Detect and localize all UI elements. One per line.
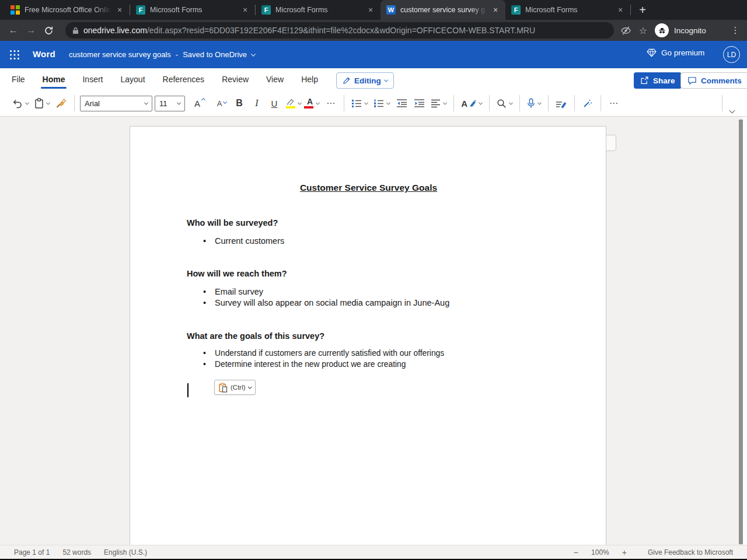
- bold-button[interactable]: B: [232, 94, 247, 113]
- numbering-button[interactable]: [372, 94, 392, 113]
- doc-heading[interactable]: What are the goals of this survey?: [187, 331, 324, 341]
- close-icon[interactable]: ×: [240, 5, 250, 15]
- paste-options-icon: [219, 383, 228, 393]
- eye-blocked-icon[interactable]: [619, 24, 633, 37]
- close-icon[interactable]: ×: [615, 5, 626, 15]
- browser-toolbar: ← → onedrive.live.com/edit.aspx?resid=6D…: [0, 20, 747, 41]
- comments-button[interactable]: Comments: [680, 72, 747, 89]
- tab-separator: [630, 5, 631, 15]
- more-font-options-button[interactable]: ⋯: [323, 94, 338, 113]
- tab-forms-3[interactable]: F Microsoft Forms ×: [505, 0, 630, 20]
- tab-layout[interactable]: Layout: [120, 68, 145, 90]
- dictate-button[interactable]: [525, 94, 543, 113]
- chevron-down-icon[interactable]: [251, 51, 256, 56]
- highlight-color-button[interactable]: [284, 94, 303, 113]
- comments-label: Comments: [701, 76, 742, 85]
- share-button[interactable]: Share: [634, 72, 682, 89]
- forward-button[interactable]: →: [22, 22, 40, 39]
- account-avatar[interactable]: LD: [723, 46, 740, 63]
- undo-button[interactable]: [9, 94, 30, 113]
- app-launcher-icon[interactable]: [7, 47, 22, 62]
- address-bar[interactable]: onedrive.live.com/edit.aspx?resid=6DD03F…: [65, 22, 614, 38]
- divider: [344, 95, 344, 111]
- scrollbar-track[interactable]: [743, 117, 747, 545]
- zoom-in-button[interactable]: +: [622, 548, 627, 557]
- paste-button[interactable]: [33, 94, 51, 113]
- divider: [601, 95, 601, 111]
- tab-review[interactable]: Review: [222, 68, 249, 90]
- grow-font-button[interactable]: A: [187, 94, 207, 113]
- editor-button[interactable]: [554, 94, 569, 113]
- tab-word-document-active[interactable]: W customer service survey g ×: [381, 0, 505, 20]
- close-icon[interactable]: ×: [114, 5, 125, 15]
- bookmark-star-icon[interactable]: ☆: [636, 23, 650, 37]
- doc-heading[interactable]: How will we reach them?: [187, 269, 287, 278]
- tab-references[interactable]: References: [163, 68, 205, 90]
- doc-bullet[interactable]: • Survey will also appear on social medi…: [203, 298, 449, 307]
- save-status[interactable]: Saved to OneDrive: [183, 50, 247, 59]
- scrollbar-thumb[interactable]: [739, 120, 743, 544]
- tab-title: Microsoft Forms: [525, 6, 615, 14]
- close-icon[interactable]: ×: [490, 5, 501, 15]
- url-path: /edit.aspx?resid=6DD03F192E206F4E!129&it…: [147, 26, 535, 35]
- bullet-list-icon: [351, 99, 362, 108]
- tab-help[interactable]: Help: [301, 68, 318, 90]
- find-icon: [497, 99, 507, 108]
- increase-indent-button[interactable]: [411, 94, 427, 113]
- language[interactable]: English (U.S.): [104, 548, 147, 556]
- undo-icon: [11, 99, 23, 108]
- italic-button[interactable]: I: [249, 94, 264, 113]
- styles-button[interactable]: A: [459, 94, 484, 113]
- word-count[interactable]: 52 words: [62, 548, 91, 556]
- reload-button[interactable]: [40, 22, 57, 39]
- editing-mode-button[interactable]: Editing: [336, 72, 394, 89]
- tab-title: Microsoft Forms: [150, 6, 240, 14]
- tab-file[interactable]: File: [12, 68, 25, 90]
- doc-heading[interactable]: Who will be surveyed?: [187, 218, 278, 228]
- chevron-down-icon: [248, 384, 252, 388]
- format-painter-button[interactable]: [54, 94, 69, 113]
- doc-title[interactable]: Customer Service Survey Goals: [130, 183, 607, 193]
- zoom-out-button[interactable]: −: [574, 548, 578, 557]
- app-name[interactable]: Word: [33, 49, 55, 59]
- paste-options-button[interactable]: (Ctrl): [214, 380, 256, 395]
- font-size-select[interactable]: 11: [155, 96, 185, 111]
- tab-home[interactable]: Home: [43, 68, 65, 90]
- doc-bullet[interactable]: • Email survey: [203, 287, 263, 296]
- bullet-text: Understand if customers are currently sa…: [215, 349, 444, 358]
- alignment-button[interactable]: [429, 94, 448, 113]
- document-page[interactable]: Customer Service Survey Goals Who will b…: [130, 126, 606, 545]
- doc-bullet[interactable]: • Determine interest in the new product …: [203, 360, 406, 369]
- collapsed-comment-tab[interactable]: [606, 135, 616, 151]
- tab-forms-1[interactable]: F Microsoft Forms ×: [130, 0, 255, 20]
- more-commands-button[interactable]: ⋯: [606, 94, 622, 113]
- doc-bullet[interactable]: • Understand if customers are currently …: [203, 349, 444, 358]
- go-premium-button[interactable]: Go premium: [647, 48, 704, 57]
- browser-menu-icon[interactable]: ⋮: [728, 23, 742, 37]
- numbered-list-icon: [374, 99, 384, 108]
- chevron-down-icon: [25, 100, 29, 104]
- chevron-down-icon: [537, 100, 542, 104]
- font-name-select[interactable]: Arial: [80, 96, 152, 111]
- doc-bullet[interactable]: • Current customers: [203, 236, 284, 246]
- shrink-font-button[interactable]: A: [210, 94, 229, 113]
- find-button[interactable]: [495, 94, 514, 113]
- tab-view[interactable]: View: [266, 68, 284, 90]
- forms-icon: F: [261, 5, 271, 15]
- underline-button[interactable]: U: [267, 94, 282, 113]
- decrease-indent-button[interactable]: [394, 94, 409, 113]
- new-tab-button[interactable]: +: [634, 2, 651, 18]
- page-count[interactable]: Page 1 of 1: [14, 548, 50, 556]
- tab-office-online[interactable]: Free Microsoft Office Onlin ×: [5, 0, 130, 20]
- back-button[interactable]: ←: [5, 22, 22, 39]
- designer-button[interactable]: [580, 94, 595, 113]
- tab-title: Microsoft Forms: [275, 6, 365, 14]
- tab-insert[interactable]: Insert: [82, 68, 103, 90]
- feedback-link[interactable]: Give Feedback to Microsoft: [648, 548, 733, 556]
- tab-forms-2[interactable]: F Microsoft Forms ×: [256, 0, 381, 20]
- bullets-button[interactable]: [350, 94, 369, 113]
- collapse-ribbon-icon[interactable]: [729, 108, 735, 114]
- document-title[interactable]: customer service survey goals: [69, 50, 171, 59]
- font-color-button[interactable]: A: [305, 94, 321, 113]
- close-icon[interactable]: ×: [365, 5, 376, 15]
